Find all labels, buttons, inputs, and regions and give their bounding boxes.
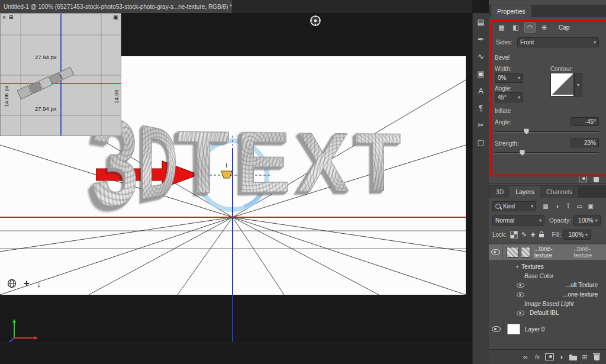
docked-panel-pen-icon[interactable]: ✒ [475,33,488,46]
channels-tab-label: Channels [546,188,572,195]
lock-all-icon[interactable] [539,234,544,237]
contour-thumbnail [550,73,574,96]
docked-panel-styles-icon[interactable]: ▣ [475,67,488,80]
secondary-view-panel[interactable]: 27.94 px 27.94 px 14.06 px 14.06 px × ⊞ … [0,13,121,136]
layers-filter-row: Kind ▾ ▦ ◑ T ▭ ▣ [489,200,606,212]
properties-panel: ▦ ◧ ◠ ⊕ Cap Sides: Front ▾ Bevel Width: … [489,17,606,173]
add-mask-icon[interactable] [543,352,555,362]
cap-mode-icon[interactable]: ◠ [524,22,536,33]
dolly-arrow-icon[interactable]: ↓ [37,279,41,289]
layer-thumbnail[interactable] [507,324,520,334]
visibility-cell[interactable] [489,321,504,337]
3d-tab-label: 3D [496,188,504,195]
texture-name[interactable]: ...one-texture [563,291,598,298]
layer-name[interactable]: ...tone-texture [534,246,568,259]
disclosure-triangle-icon[interactable]: ▾ [516,264,518,269]
mesh-mode-icon[interactable]: ▦ [496,22,507,33]
trash-icon[interactable] [594,177,599,182]
texture-row[interactable]: ...one-texture [489,290,606,299]
fill-value: 100% [566,231,584,238]
layer-thumbnail[interactable] [506,247,518,257]
secondary-view-expand-icon[interactable]: ▣ [113,14,118,20]
filter-shape-layers-icon[interactable]: ▭ [575,202,584,211]
eye-icon[interactable] [517,282,524,288]
tab-layers[interactable]: Layers [510,186,540,198]
toggle-preview-icon[interactable] [579,176,586,182]
mask-glyph [545,353,554,360]
tab-channels[interactable]: Channels [540,186,578,198]
bevel-width-dropdown[interactable]: 0% ▾ [495,73,523,83]
3d-text-object[interactable]: 3D TEXT [72,118,432,207]
inflate-angle-slider[interactable] [495,131,599,133]
camera-orbit-icon[interactable] [309,14,322,27]
bevel-angle-dropdown[interactable]: 45° ▾ [495,92,523,102]
opacity-label: Opacity: [549,217,571,224]
pan-plus-icon[interactable]: + [24,278,30,289]
eye-icon[interactable] [517,310,524,315]
docked-panel-paragraph-icon[interactable]: ¶ [475,101,488,114]
fill-value-box[interactable]: 100% ▾ [563,230,591,240]
document-tab-bar: Untitled-1 @ 100% (65271453-stock-photo5… [0,0,472,13]
strength-slider[interactable] [495,152,599,154]
orbit-globe-icon[interactable] [7,279,17,288]
layer-3d-thumbnail[interactable] [521,247,531,257]
filter-type-layers-icon[interactable]: T [563,202,573,211]
base-color-group-row: Base Color [489,272,606,280]
docked-panel-character-icon[interactable]: A [475,84,488,97]
docked-panel-notes-icon[interactable]: ▢ [475,136,488,149]
properties-tab-label: Properties [497,8,526,15]
docked-panel-adjustments-icon[interactable]: ▤ [475,15,488,28]
texture-row[interactable]: ...ult Texture [489,281,606,289]
inflate-angle-value-box[interactable]: -45° [570,117,599,126]
contour-dropdown-button[interactable]: ▾ [574,73,582,96]
chevron-down-icon: ▾ [594,40,596,45]
opacity-value-box[interactable]: 100% ▾ [573,215,601,226]
ibl-name[interactable]: Default IBL [530,310,559,316]
deform-mode-icon[interactable]: ◧ [510,22,521,33]
sides-dropdown[interactable]: Front ▾ [517,37,599,47]
textures-group-row[interactable]: ▾ Textures [489,262,606,271]
secondary-view-close-icon[interactable]: × [2,14,6,21]
contour-well[interactable]: ▾ [550,73,584,96]
adjustment-layer-icon[interactable]: ◑ [555,352,567,362]
inflate-angle-slider-thumb[interactable] [524,128,529,134]
tab-3d[interactable]: 3D [490,186,510,198]
eye-icon[interactable] [517,292,524,297]
docked-panel-clone-icon[interactable]: ✂ [475,118,488,131]
layer-name-suffix: ..tone-texture [574,246,606,259]
layer-style-icon[interactable]: fx [531,352,543,362]
canvas-area[interactable]: 3D TEXT [0,13,472,342]
visibility-cell[interactable] [489,244,502,260]
3d-text-right-part[interactable]: TEXT [177,118,407,207]
coordinates-mode-icon[interactable]: ⊕ [539,22,550,33]
tab-properties[interactable]: Properties [491,5,531,17]
layer-row-3d[interactable]: ...tone-texture ..tone-texture [489,244,606,260]
secondary-view-menu-icon[interactable]: ⊞ [9,14,14,20]
delete-layer-icon[interactable] [591,352,602,362]
lock-position-icon[interactable]: ✚ [530,231,535,238]
filter-pixel-layers-icon[interactable]: ▦ [541,202,550,211]
texture-name[interactable]: ...ult Texture [566,282,598,288]
eye-icon[interactable] [491,249,500,255]
ibl-row[interactable]: Default IBL [489,308,606,317]
strength-value-box[interactable]: 23% [570,138,599,147]
layers-footer: ∞ fx ◑ ⊞ [489,349,606,364]
layer-name[interactable]: Layer 0 [525,326,544,333]
docked-panel-curves-icon[interactable]: ∿ [475,50,488,63]
eye-icon[interactable] [492,326,501,332]
secondary-view-grid [1,14,121,136]
filter-smart-objects-icon[interactable]: ▣ [586,202,595,211]
lock-transparency-icon[interactable] [510,231,518,239]
kind-filter-value: Kind [503,203,527,210]
layer-row-background[interactable]: Layer 0 [489,321,606,337]
strength-slider-thumb[interactable] [520,150,525,156]
filter-adjustment-layers-icon[interactable]: ◑ [552,202,562,211]
document-tab[interactable]: Untitled-1 @ 100% (65271453-stock-photo5… [0,0,232,13]
blend-mode-dropdown[interactable]: Normal ▾ [492,215,544,226]
new-group-icon[interactable] [567,352,579,362]
new-layer-icon[interactable]: ⊞ [579,352,591,362]
kind-filter-dropdown[interactable]: Kind ▾ [492,201,536,211]
right-panel-column: Properties ▦ ◧ ◠ ⊕ Cap Sides: Front ▾ Be… [489,0,606,364]
link-layers-icon[interactable]: ∞ [520,352,531,362]
lock-image-icon[interactable]: ✎ [521,231,527,239]
